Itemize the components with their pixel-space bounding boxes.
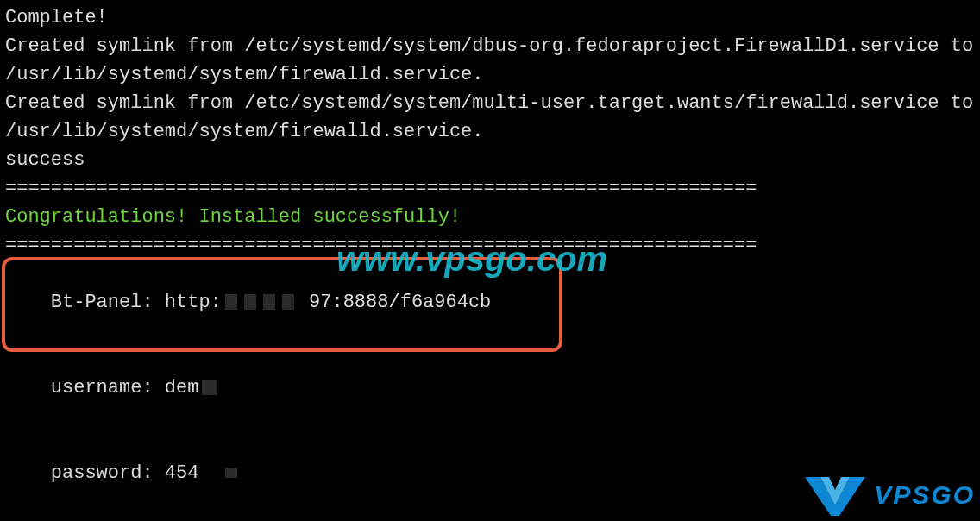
warning-title: Warning: [5, 516, 975, 521]
divider: ========================================… [5, 174, 975, 203]
username-label: username: dem [51, 377, 199, 399]
redacted-block [282, 294, 294, 310]
logo: VPSGO [805, 473, 975, 516]
terminal-output: Complete! Created symlink from /etc/syst… [5, 3, 975, 521]
redacted-block [225, 294, 237, 310]
panel-url-line: Bt-Panel: http: 97:8888/f6a964cb [5, 260, 975, 345]
password-label: password: 454 [51, 462, 199, 484]
redacted-block [225, 468, 237, 478]
output-line: Complete! [5, 3, 975, 32]
success-message: Congratulations! Installed successfully! [5, 203, 975, 231]
divider: ========================================… [5, 231, 975, 260]
redacted-block [263, 294, 275, 310]
logo-brand-text: VPSGO [874, 475, 975, 514]
output-line: Created symlink from /etc/systemd/system… [5, 32, 975, 89]
redacted-block [202, 380, 217, 395]
username-line: username: dem [5, 345, 975, 430]
output-line: Created symlink from /etc/systemd/system… [5, 89, 975, 146]
panel-suffix: 97:8888/f6a964cb [309, 292, 491, 313]
panel-label: Bt-Panel: http: [51, 292, 222, 313]
logo-v-icon [805, 473, 865, 516]
output-line: success [5, 146, 975, 174]
redacted-block [244, 294, 256, 310]
